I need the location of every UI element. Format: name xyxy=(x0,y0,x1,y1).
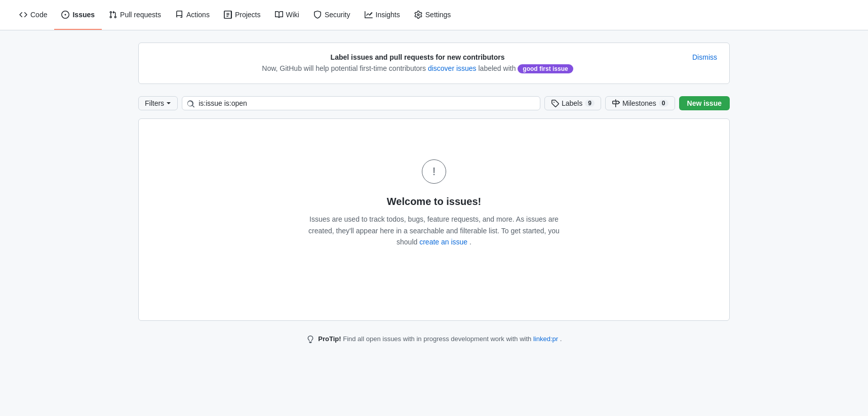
projects-icon xyxy=(224,11,232,19)
protip-link[interactable]: linked:pr xyxy=(533,335,558,343)
create-issue-link[interactable]: create an issue xyxy=(419,238,467,246)
insights-icon xyxy=(365,11,373,19)
filters-bar: Filters Labels 9 Milestones 0 New issue xyxy=(138,96,730,110)
issues-container: ! Welcome to issues! Issues are used to … xyxy=(138,118,730,321)
nav-code-label: Code xyxy=(30,11,47,19)
search-icon xyxy=(187,99,195,108)
nav-wiki[interactable]: Wiki xyxy=(268,0,306,30)
protip-with: with xyxy=(520,335,533,343)
protip-end: . xyxy=(560,335,562,343)
bulb-icon xyxy=(306,336,314,344)
milestones-label: Milestones xyxy=(622,99,656,107)
banner-body: Now, GitHub will help potential first-ti… xyxy=(151,64,684,73)
nav-projects[interactable]: Projects xyxy=(217,0,268,30)
good-first-issue-badge: good first issue xyxy=(518,64,573,73)
security-icon xyxy=(313,11,322,19)
empty-state-end: . xyxy=(469,238,471,246)
empty-state-title: Welcome to issues! xyxy=(387,196,481,207)
nav-issues[interactable]: Issues xyxy=(54,0,102,30)
nav-security[interactable]: Security xyxy=(306,0,358,30)
wiki-icon xyxy=(275,11,283,19)
milestones-button[interactable]: Milestones 0 xyxy=(605,96,675,110)
banner-discover-link[interactable]: discover issues xyxy=(428,64,477,72)
labels-count: 9 xyxy=(585,100,595,107)
actions-icon xyxy=(175,11,183,19)
banner-text-after: labeled with xyxy=(479,64,518,72)
empty-state-text: Issues are used to track todos, bugs, fe… xyxy=(307,214,561,247)
nav-pull-requests[interactable]: Pull requests xyxy=(102,0,168,30)
banner-title: Label issues and pull requests for new c… xyxy=(151,53,684,61)
main-content: Label issues and pull requests for new c… xyxy=(130,30,738,356)
top-nav: Code Issues Pull requests Actions Projec… xyxy=(0,0,868,30)
nav-projects-label: Projects xyxy=(235,11,261,19)
nav-insights[interactable]: Insights xyxy=(358,0,407,30)
chevron-down-icon xyxy=(166,101,171,106)
filters-label: Filters xyxy=(145,99,164,107)
nav-wiki-label: Wiki xyxy=(286,11,299,19)
empty-state-icon: ! xyxy=(422,159,446,184)
search-wrap xyxy=(182,96,540,110)
protip: ProTip! Find all open issues with in pro… xyxy=(138,335,730,344)
banner-content: Label issues and pull requests for new c… xyxy=(151,53,684,73)
nav-actions[interactable]: Actions xyxy=(168,0,217,30)
nav-issues-label: Issues xyxy=(72,11,95,19)
code-icon xyxy=(19,11,27,19)
milestones-count: 0 xyxy=(659,100,668,107)
nav-security-label: Security xyxy=(325,11,350,19)
nav-insights-label: Insights xyxy=(376,11,400,19)
nav-pull-requests-label: Pull requests xyxy=(120,11,161,19)
banner-dismiss-button[interactable]: Dismiss xyxy=(692,53,717,61)
issues-icon xyxy=(61,11,69,19)
new-issue-button[interactable]: New issue xyxy=(679,96,730,110)
labels-label: Labels xyxy=(562,99,582,107)
nav-settings[interactable]: Settings xyxy=(407,0,458,30)
pull-requests-icon xyxy=(109,11,117,19)
filters-button[interactable]: Filters xyxy=(138,96,178,110)
protip-label: ProTip! xyxy=(318,335,341,343)
banner-text-before: Now, GitHub will help potential first-ti… xyxy=(262,64,426,72)
labels-button[interactable]: Labels 9 xyxy=(544,96,601,110)
nav-settings-label: Settings xyxy=(425,11,451,19)
milestones-icon xyxy=(612,99,620,107)
nav-code[interactable]: Code xyxy=(12,0,54,30)
empty-state: ! Welcome to issues! Issues are used to … xyxy=(139,119,729,288)
banner: Label issues and pull requests for new c… xyxy=(138,43,730,84)
search-input[interactable] xyxy=(182,96,540,110)
nav-actions-label: Actions xyxy=(186,11,210,19)
labels-icon xyxy=(551,99,559,107)
protip-body: Find all open issues with in progress de… xyxy=(343,335,518,343)
settings-icon xyxy=(414,11,422,19)
